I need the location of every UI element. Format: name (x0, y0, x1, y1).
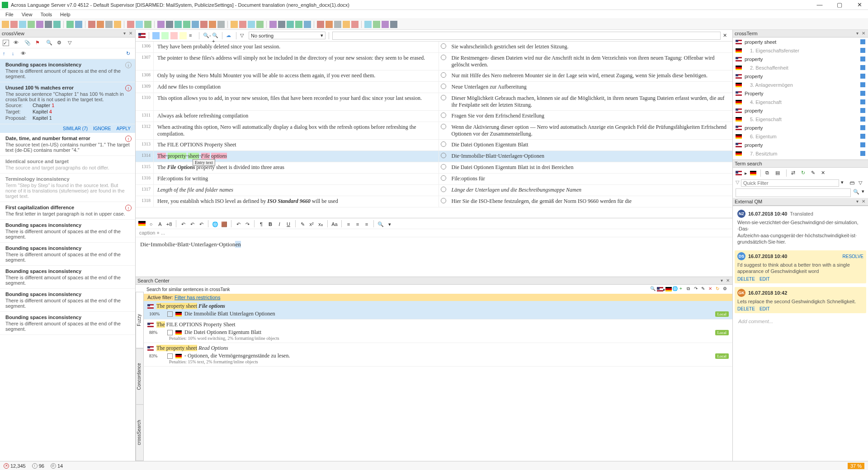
cube-icon[interactable] (860, 48, 865, 53)
crossterm-row[interactable]: property (733, 72, 868, 80)
delete-icon[interactable]: ✕ (708, 286, 715, 293)
editor-tb-icon-0[interactable] (138, 221, 146, 226)
doc-icon[interactable]: ▤ (775, 169, 782, 177)
editor-tb-icon-7[interactable]: ↶ (198, 220, 205, 227)
gear-icon[interactable]: ⚙ (57, 40, 63, 46)
crossterm-row[interactable]: property sheet (733, 38, 868, 46)
resolve-link[interactable]: RESOLVE (843, 254, 864, 259)
crossterm-row[interactable]: 6. Eigentum (733, 132, 868, 141)
toolbar-icon-12[interactable] (114, 21, 121, 28)
qm-action[interactable]: EDIT (760, 306, 770, 311)
toggle4-icon[interactable] (179, 32, 187, 39)
search-icon[interactable]: 🔍 (650, 286, 657, 293)
flag-icon[interactable]: ⚑ (35, 40, 42, 46)
toolbar-icon-30[interactable] (287, 21, 294, 28)
add-comment-input[interactable]: Add comment... (735, 317, 866, 326)
toolbar-icon-20[interactable] (192, 21, 199, 28)
editor-body[interactable]: Die•Immobilie•Blatt•Unterlagen•Optionen (136, 237, 732, 277)
cube-icon[interactable] (860, 117, 865, 122)
qm-entry[interactable]: GK16.07.2018 10:42Lets replace the secon… (735, 287, 866, 313)
editor-tb-icon-15[interactable]: ¶ (258, 220, 265, 227)
term-search-input[interactable] (736, 188, 851, 197)
crossterm-row[interactable]: 4. Eigenschaft (733, 98, 868, 106)
toolbar-icon-36[interactable] (343, 21, 350, 28)
editor-tb-icon-31[interactable]: ▾ (386, 220, 393, 227)
cube-icon[interactable] (860, 39, 865, 44)
toolbar-icon-10[interactable] (97, 21, 104, 28)
crossview-item[interactable]: Bounding spaces inconsistencyThere is di… (0, 220, 135, 243)
cube-icon[interactable] (860, 74, 865, 79)
crossterm-list[interactable]: property sheet1. Eigenschaftsfensterprop… (733, 38, 868, 160)
toolbar-icon-9[interactable] (88, 21, 95, 28)
segment-row[interactable]: 1306They have been probably deleted sinc… (136, 42, 732, 53)
cube-icon[interactable] (860, 82, 865, 87)
qm-action[interactable]: EDIT (760, 277, 770, 282)
segment-row[interactable]: 1314The•property•sheet•File optionsDie•I… (136, 151, 732, 162)
crossview-item[interactable]: Bounding spaces inconsistencyThere is di… (0, 312, 135, 335)
toolbar-icon-40[interactable] (382, 21, 389, 28)
toolbar-icon-17[interactable] (166, 21, 173, 28)
sc-tab-fuzzy[interactable]: Fuzzy (136, 292, 144, 348)
cube-icon[interactable] (860, 91, 865, 96)
toolbar-icon-13[interactable] (127, 21, 134, 28)
toolbar-icon-23[interactable] (217, 21, 225, 28)
qm-action[interactable]: DELETE (737, 306, 755, 311)
list-icon[interactable]: ≡ (189, 32, 196, 39)
gear-icon[interactable] (441, 95, 446, 100)
toolbar-icon-1[interactable] (10, 21, 18, 28)
editor-tb-icon-17[interactable]: I (276, 220, 283, 227)
toolbar-icon-11[interactable] (105, 21, 113, 28)
segment-row[interactable]: 1312When activating this option, Nero wi… (136, 122, 732, 140)
cube-icon[interactable] (860, 56, 865, 61)
toolbar-icon-26[interactable] (248, 21, 255, 28)
editor-tb-icon-1[interactable]: ○ (147, 220, 155, 227)
refresh-icon[interactable]: ↻ (801, 169, 808, 177)
settings-icon[interactable]: ⚙ (722, 286, 730, 293)
editor-tb-icon-28[interactable]: ≡ (363, 220, 370, 227)
segment-row[interactable]: 1307The pointer to these files's address… (136, 53, 732, 70)
cv-action[interactable]: APPLY (117, 126, 131, 131)
segment-row[interactable]: 1313The FILE OPTIONS Property SheetDie D… (136, 140, 732, 151)
editor-tb-icon-6[interactable]: ↶ (189, 220, 196, 227)
segment-row[interactable]: 1309Add new files to compilationNeue Unt… (136, 82, 732, 93)
gear-icon[interactable] (441, 141, 446, 147)
qm-entry[interactable]: NZ16.07.2018 10:40TranslatedWenn·sie·ver… (735, 208, 866, 247)
toolbar-icon-38[interactable] (364, 21, 372, 28)
gear-icon[interactable] (441, 175, 446, 181)
menu-tools[interactable]: Tools (37, 11, 56, 18)
globe-icon[interactable]: 🌐 (672, 286, 679, 293)
toggle2-icon[interactable] (161, 32, 169, 39)
qm-action[interactable]: DELETE (737, 277, 755, 282)
sort-dropdown[interactable]: No sorting▾ (249, 32, 326, 39)
zoom-out-icon[interactable]: 🔍- (203, 32, 210, 39)
gear-icon[interactable] (441, 55, 446, 60)
crossview-item[interactable]: Bounding spaces inconsistencyThere is di… (0, 289, 135, 312)
search-icon[interactable]: 🔍 (853, 188, 860, 196)
pin-icon[interactable]: ▾ (719, 278, 724, 283)
segment-row[interactable]: 1316File:options for writingFile:options… (136, 174, 732, 185)
editor-tb-icon-27[interactable]: ≡ (354, 220, 361, 227)
quick-filter-input[interactable] (741, 179, 839, 187)
crossterm-row[interactable]: property (733, 55, 868, 63)
eye-icon[interactable]: 👁 (14, 40, 20, 46)
toolbar-icon-0[interactable] (2, 21, 9, 28)
close-icon[interactable]: ✕ (725, 278, 731, 283)
toolbar-icon-28[interactable] (269, 21, 277, 28)
crossview-item[interactable]: Bounding spaces inconsistencyThere is di… (0, 243, 135, 266)
swap-icon[interactable]: ⇄ (791, 169, 798, 177)
crossview-item[interactable]: Date, time, and number format errorThe s… (0, 133, 135, 156)
filter-icon[interactable]: ▽ (68, 40, 74, 46)
gear-icon[interactable] (441, 84, 446, 89)
cube-icon[interactable] (860, 142, 865, 147)
add-icon[interactable]: + (679, 286, 686, 293)
close-icon[interactable]: ✕ (128, 31, 133, 36)
toolbar-icon-35[interactable] (334, 21, 341, 28)
toolbar-icon-22[interactable] (209, 21, 216, 28)
gear-icon[interactable] (441, 187, 446, 192)
editor-tb-icon-16[interactable]: B (267, 220, 274, 227)
eye-icon[interactable]: 👁 (21, 51, 27, 57)
copy-icon[interactable]: ⧉ (765, 169, 772, 177)
close-icon[interactable]: ✕ (861, 199, 866, 204)
crossterm-row[interactable]: 2. Beschaffenheit (733, 63, 868, 72)
segment-row[interactable]: 1311Always ask before refreshing compila… (136, 111, 732, 122)
